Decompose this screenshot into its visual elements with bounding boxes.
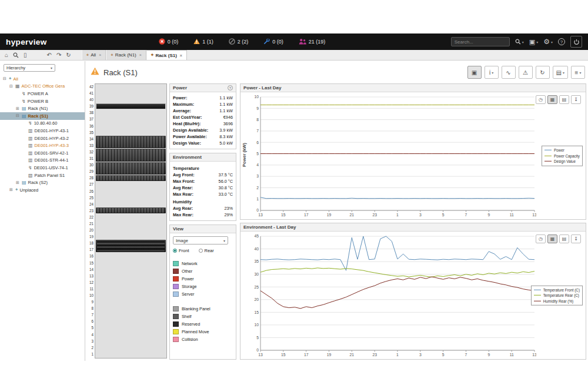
collapse-icon[interactable]: ⊟ — [15, 113, 20, 118]
stat-label: Avg Front: — [173, 172, 195, 178]
expand-icon[interactable]: ⊞ — [15, 180, 20, 185]
tree-item-power-b[interactable]: ↯POWER B — [0, 98, 85, 105]
data-grid-button[interactable]: ▦ — [547, 95, 557, 104]
expand-icon[interactable]: ⊞ — [15, 106, 20, 111]
svg-text:7: 7 — [465, 213, 467, 217]
tree-item-adc-tec-office-gera[interactable]: ⊟▦ADC-TEC Office Gera — [0, 83, 85, 91]
power-chart-panel: Power - Last Day ◷▦▤↧ Power (kW) 0123456… — [240, 83, 586, 220]
search-input[interactable] — [455, 39, 506, 45]
critical-alarms-indicator[interactable]: 0 (0) — [159, 38, 179, 46]
close-tab-icon[interactable]: × — [180, 53, 182, 58]
tab-rack-n1[interactable]: ⌖Rack (N1)× — [106, 50, 146, 60]
collapse-icon[interactable]: ⊟ — [9, 84, 14, 89]
unreachable-alarms-indicator[interactable]: 2 (2) — [229, 38, 249, 46]
environment-stat-row: Max Rear:29% — [173, 212, 233, 218]
tree-item-unplaced[interactable]: ⊞⌖Unplaced — [0, 186, 85, 194]
list-button[interactable]: ≡▾ — [571, 66, 585, 79]
stat-label: Power Available: — [173, 133, 207, 140]
search-button[interactable] — [13, 52, 19, 58]
rack-device-server[interactable] — [96, 207, 166, 213]
radio-front[interactable]: Front — [173, 248, 189, 253]
hierarchy-selector[interactable]: Hierarchy ▾ — [4, 64, 55, 72]
environment-chart-toolbar: ◷▦▤↧ — [536, 234, 581, 243]
radio-rear[interactable]: Rear — [199, 248, 214, 253]
refresh-view-button-icon: ↻ — [540, 69, 544, 76]
tree-item-all[interactable]: ⊟⌖All — [0, 75, 85, 83]
asset-summary-indicator[interactable]: 21 (19) — [299, 38, 326, 46]
chevron-down-icon: ▾ — [563, 71, 564, 75]
rack-unit-number: 7 — [87, 311, 95, 318]
search-box[interactable] — [451, 37, 510, 46]
power-button[interactable] — [570, 36, 582, 48]
svg-text:10: 10 — [254, 95, 259, 99]
rack-unit-number: 21 — [87, 220, 95, 227]
tab-all[interactable]: ⌖All× — [82, 50, 106, 60]
tab-rack-s1[interactable]: ⌖Rack (S1)× — [146, 50, 187, 60]
reports-button[interactable]: ▤▾ — [553, 66, 568, 79]
tree-item-rack-n1[interactable]: ⊞▤Rack (N1) — [0, 105, 85, 112]
undo-button[interactable]: ↶ — [47, 52, 52, 58]
svg-text:17: 17 — [304, 353, 309, 357]
search-scope-button[interactable]: ▾ — [515, 39, 524, 45]
settings-button[interactable]: ⚙▾ — [543, 38, 553, 46]
trend-button[interactable]: ∿ — [502, 66, 516, 79]
tree-item-de001-usv-74-1[interactable]: ↯DE001-USV-74-1 — [0, 164, 85, 172]
alarms-button[interactable]: ⚠ — [519, 66, 533, 79]
stat-value: 8.3 kW — [219, 133, 233, 140]
refresh-button[interactable]: ↻ — [66, 52, 71, 58]
tree-item-de001-srv-42-1[interactable]: ▥DE001-SRV-42-1 — [0, 149, 85, 157]
image-selector[interactable]: Image ▾ — [173, 236, 228, 244]
chart-type-button[interactable]: ▤ — [559, 95, 569, 104]
chart-type-button[interactable]: ▤ — [559, 234, 569, 243]
tree-item-rack-s2[interactable]: ⊞▤Rack (S2) — [0, 179, 85, 186]
tree-item-de001-hyp-43-2[interactable]: ▥DE001-HYP-43-2 — [0, 135, 85, 142]
stat-label: Power: — [173, 95, 187, 101]
rack-unit-number: 12 — [87, 279, 95, 286]
rack-device-server[interactable] — [96, 162, 166, 175]
legend-entry-temperature-front-c: Temperature Front (C) — [534, 287, 580, 293]
close-tab-icon[interactable]: × — [99, 53, 101, 57]
home-button[interactable]: ⌂ — [5, 52, 8, 58]
radio-label: Rear — [205, 248, 214, 253]
rack-device-server[interactable] — [96, 175, 166, 181]
rack-device-storage[interactable] — [96, 240, 166, 252]
maintenance-alarms-indicator[interactable]: 0 (0) — [263, 38, 283, 46]
svg-text:4: 4 — [256, 163, 259, 167]
tree-item-patch-panel-s1[interactable]: ▧Patch Panel S1 — [0, 172, 85, 179]
warning-alarms-indicator[interactable]: 1 (1) — [193, 38, 213, 46]
tree-item-label: DE001-USV-74-1 — [34, 165, 68, 170]
layout-view-button[interactable]: ▣ — [467, 66, 482, 79]
close-tab-icon[interactable]: × — [139, 53, 142, 57]
tree-item-10-80-40-60[interactable]: ↯10.80.40.60 — [0, 120, 85, 128]
refresh-view-button[interactable]: ↻ — [536, 66, 550, 79]
time-range-button[interactable]: ◷ — [536, 95, 546, 104]
collapse-icon[interactable]: ⊟ — [2, 76, 7, 81]
tree-item-rack-s1[interactable]: ⊟▤Rack (S1) — [0, 112, 85, 120]
tree-item-de001-str-44-1[interactable]: ▥DE001-STR-44-1 — [0, 157, 85, 165]
legend-swatch — [173, 306, 179, 311]
redo-button[interactable]: ↷ — [56, 52, 61, 58]
time-range-button[interactable]: ◷ — [536, 234, 546, 243]
radio-label: Front — [179, 248, 189, 253]
export-button[interactable]: ▣▾ — [529, 38, 538, 46]
help-button[interactable]: ? — [558, 38, 565, 45]
rack-device-server[interactable] — [96, 136, 166, 148]
data-grid-button[interactable]: ▦ — [547, 234, 557, 243]
rack-device-server[interactable] — [96, 149, 166, 161]
rack-device-panel[interactable] — [96, 103, 166, 109]
expand-icon[interactable]: ⊞ — [9, 187, 14, 192]
tree-item-label: ADC-TEC Office Gera — [22, 83, 65, 89]
tree-item-de001-hyp-43-1[interactable]: ▥DE001-HYP-43-1 — [0, 127, 85, 135]
document-button[interactable]: ▯ — [24, 52, 27, 58]
help-icon[interactable]: ? — [228, 85, 233, 91]
download-button[interactable]: ↧ — [571, 95, 581, 104]
rack-unit-number: 1 — [87, 351, 95, 357]
tree-item-de001-hyp-43-3[interactable]: ▥DE001-HYP-43-3 — [0, 142, 85, 149]
alert-count: 2 (2) — [238, 39, 249, 45]
info-button[interactable]: i▾ — [485, 66, 499, 79]
tree-item-power-a[interactable]: ↯POWER A — [0, 90, 85, 98]
power-panel: Power ? Power:1.1 kWMaximum:1.1 kWAverag… — [169, 83, 236, 149]
download-button[interactable]: ↧ — [571, 234, 581, 243]
server-icon: ▥ — [28, 128, 33, 133]
legend-label: Temperature Rear (C) — [543, 293, 579, 299]
